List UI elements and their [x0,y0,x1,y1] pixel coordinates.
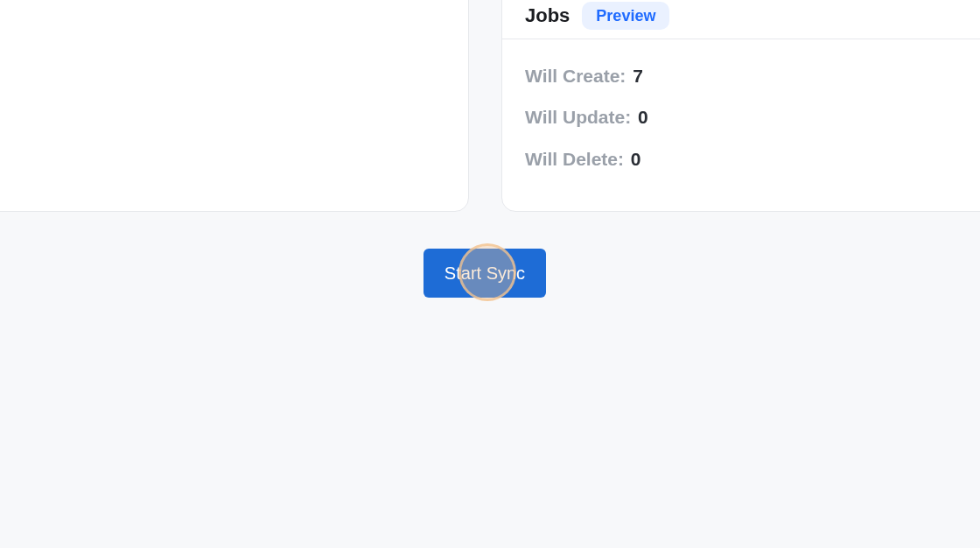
jobs-preview-card: Jobs Preview Will Create: 7 Will Update:… [501,0,980,212]
will-update-label: Will Update: [525,107,631,127]
jobs-card-body: Will Create: 7 Will Update: 0 Will Delet… [502,39,980,195]
will-create-value: 7 [633,66,643,86]
jobs-card-header: Jobs Preview [502,0,980,39]
will-update-value: 0 [638,107,648,127]
will-create-label: Will Create: [525,66,626,86]
start-sync-button[interactable]: Start Sync [424,249,546,298]
will-update-stat: Will Update: 0 [525,105,980,129]
will-create-stat: Will Create: 7 [525,64,980,88]
will-delete-stat: Will Delete: 0 [525,147,980,171]
will-delete-label: Will Delete: [525,149,624,169]
preview-badge: Preview [582,2,669,30]
will-delete-value: 0 [631,149,641,169]
jobs-title: Jobs [525,4,570,27]
left-card [0,0,469,212]
